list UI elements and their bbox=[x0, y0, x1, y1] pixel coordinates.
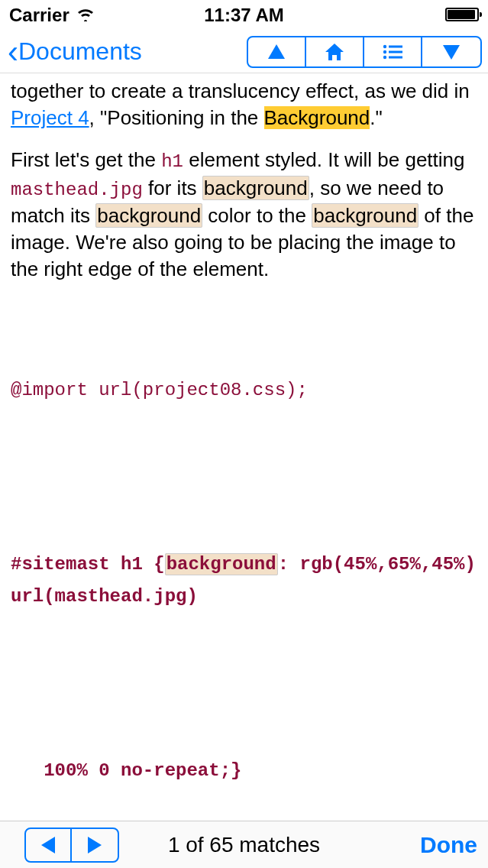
status-bar: Carrier 11:37 AM bbox=[0, 0, 488, 31]
inline-code: masthead.jpg bbox=[11, 180, 143, 200]
wifi-icon bbox=[76, 5, 95, 26]
link-project-4[interactable]: Project 4 bbox=[11, 106, 89, 129]
paragraph: First let's get the h1 element styled. I… bbox=[11, 147, 477, 283]
next-page-button[interactable] bbox=[422, 37, 480, 66]
toolbar-segmented-control bbox=[247, 36, 482, 68]
chevron-left-icon: ‹ bbox=[8, 36, 18, 68]
status-left: Carrier bbox=[9, 5, 95, 26]
back-label: Documents bbox=[18, 37, 142, 66]
prev-match-button[interactable] bbox=[26, 829, 72, 861]
next-match-button[interactable] bbox=[72, 829, 118, 861]
search-highlight: background bbox=[202, 176, 309, 200]
toc-button[interactable] bbox=[364, 37, 422, 66]
svg-point-2 bbox=[383, 50, 386, 53]
search-bar: 1 of 65 matches Done bbox=[0, 821, 488, 868]
search-highlight: background bbox=[95, 203, 202, 228]
svg-rect-3 bbox=[389, 50, 402, 53]
code-block: @import url(project08.css); #sitemast h1… bbox=[11, 310, 477, 821]
svg-rect-5 bbox=[389, 56, 402, 58]
back-button[interactable]: ‹ Documents bbox=[8, 36, 142, 68]
document-content[interactable]: together to create a translucency effect… bbox=[0, 73, 488, 821]
svg-point-4 bbox=[383, 55, 386, 58]
inline-code: h1 bbox=[161, 151, 183, 172]
svg-rect-1 bbox=[389, 45, 402, 47]
nav-bar: ‹ Documents bbox=[0, 31, 488, 73]
battery-icon bbox=[445, 5, 479, 26]
search-highlight: background bbox=[312, 203, 419, 228]
done-button[interactable]: Done bbox=[420, 832, 477, 858]
search-highlight-current: Background bbox=[264, 106, 370, 129]
search-highlight: background bbox=[165, 553, 278, 575]
prev-page-button[interactable] bbox=[248, 37, 306, 66]
svg-point-0 bbox=[383, 44, 386, 47]
paragraph: together to create a translucency effect… bbox=[11, 78, 477, 131]
search-nav-control bbox=[24, 828, 119, 863]
home-button[interactable] bbox=[306, 37, 364, 66]
carrier-label: Carrier bbox=[9, 5, 69, 26]
